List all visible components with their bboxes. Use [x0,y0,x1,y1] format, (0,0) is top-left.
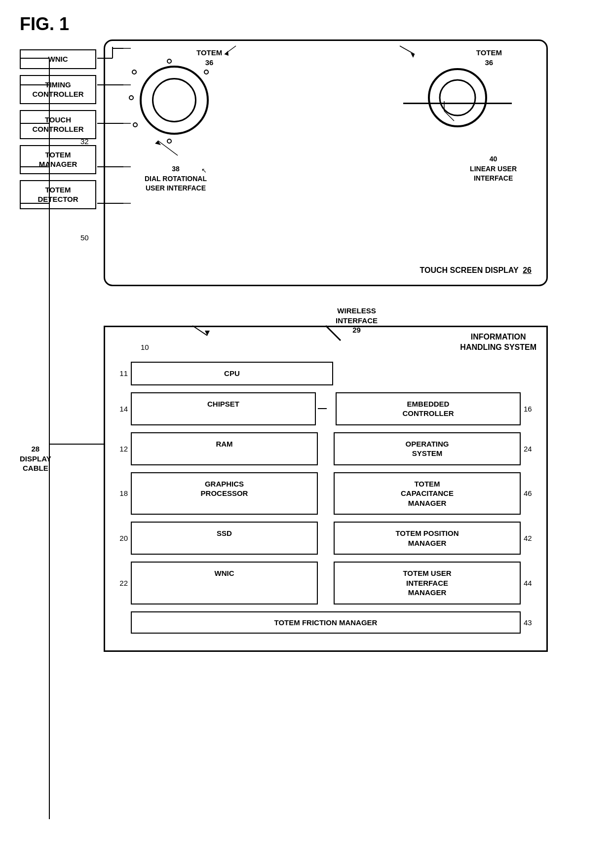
sidebar-item-totem-manager: TOTEMMANAGER [20,145,96,174]
linear-ui-line [403,103,512,104]
dot-left-mid [129,95,134,100]
info-handling-label: INFORMATIONHANDLING SYSTEM [460,332,536,353]
cell-totem-position-manager: TOTEM POSITIONMANAGER [334,522,521,555]
totem-right-ring [428,68,487,127]
row-num-12: 12 [115,432,131,465]
row-num-empty [115,611,131,634]
dot-top [167,59,172,64]
dot-bot [167,139,172,144]
fig-title: FIG. 1 [20,14,69,35]
sidebar: WNIC TIMINGCONTROLLER TOUCHCONTROLLER TO… [20,49,96,209]
system-row-ssd: 20 SSD TOTEM POSITIONMANAGER 42 [115,522,536,555]
cell-chipset: CHIPSET [131,392,316,425]
cell-totem-friction-manager: TOTEM FRICTION MANAGER [131,611,521,634]
totem-right-inner [439,79,476,116]
display-cable-label: 28DISPLAYCABLE [20,444,51,473]
sidebar-item-totem-detector: TOTEMDETECTOR [20,180,96,209]
ref-50: 50 [80,233,89,242]
system-row-wnic: 22 WNIC TOTEM USERINTERFACEMANAGER 44 [115,562,536,604]
row-num-18: 18 [115,472,131,515]
row-num-44: 44 [521,562,536,604]
sidebar-item-touch-controller: TOUCHCONTROLLER [20,110,96,139]
totem-right-label: TOTEM 36 [476,48,502,67]
cell-cpu: CPU [131,362,333,385]
dial-ring [140,66,209,135]
row-num-46: 46 [521,472,536,515]
system-row-ram: 12 RAM OPERATINGSYSTEM 24 [115,432,536,465]
dot-left-bot [133,122,138,127]
touch-screen-label: TOUCH SCREEN DISPLAY 26 [420,266,532,275]
dial-container [140,66,209,135]
system-row-chipset: 14 CHIPSET EMBEDDEDCONTROLLER 16 [115,392,536,425]
cell-totem-capacitance-manager: TOTEMCAPACITANCEMANAGER [334,472,521,515]
row-num-42: 42 [521,522,536,555]
display-panel: TOTEM 36 38 DIAL ROTATIONALUSER INTERFAC… [104,39,548,286]
system-row-friction: TOTEM FRICTION MANAGER 43 [115,611,536,634]
cell-operating-system: OPERATINGSYSTEM [334,432,521,465]
dial-rotational-label: 38 DIAL ROTATIONALUSER INTERFACE [145,164,207,193]
system-box: INFORMATIONHANDLING SYSTEM 11 CPU 14 CHI… [104,326,548,652]
system-rows: 11 CPU 14 CHIPSET EMBEDDEDCONTROLLER 16 … [115,362,536,634]
totem-right [428,68,487,127]
dial-inner [152,78,196,122]
dial-arrow-label: ↖ [201,167,207,174]
cell-totem-ui-manager: TOTEM USERINTERFACEMANAGER [334,562,521,604]
linear-ui-label: 40 LINEAR USERINTERFACE [470,154,517,184]
cell-ssd: SSD [131,522,318,555]
row-num-43: 43 [521,611,536,634]
row-num-16: 16 [521,392,536,425]
dot-left-top [132,70,137,75]
row-num-11: 11 [115,362,131,385]
row-num-22: 22 [115,562,131,604]
cell-wnic: WNIC [131,562,318,604]
chipset-connector [316,392,329,425]
row-num-14: 14 [115,392,131,425]
sidebar-item-timing-controller: TIMINGCONTROLLER [20,75,96,104]
system-row-cpu: 11 CPU [115,362,536,385]
system-row-graphics: 18 GRAPHICSPROCESSOR TOTEMCAPACITANCEMAN… [115,472,536,515]
totem-left-label: TOTEM 36 [196,48,222,67]
cell-graphics-processor: GRAPHICSPROCESSOR [131,472,318,515]
cell-embedded-controller: EMBEDDEDCONTROLLER [336,392,521,425]
row-num-20: 20 [115,522,131,555]
cell-ram: RAM [131,432,318,465]
dot-right-top [204,70,209,75]
row-num-24: 24 [521,432,536,465]
sidebar-item-wnic: WNIC [20,49,96,69]
